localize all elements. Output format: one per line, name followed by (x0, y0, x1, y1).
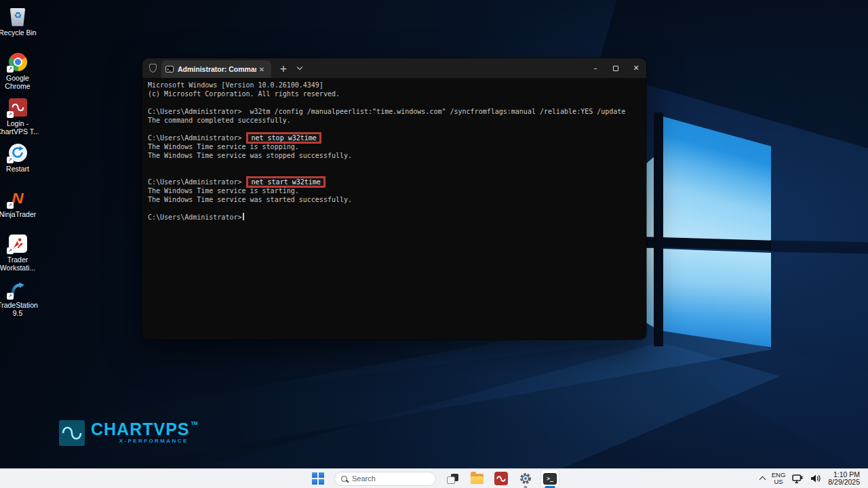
terminal-line (148, 160, 641, 169)
chartvps-watermark-text: CHARTVPS TM X-PERFORMANCE (91, 420, 198, 444)
minimize-button[interactable]: – (585, 58, 606, 78)
shortcut-arrow-icon: ↗ (7, 66, 14, 73)
task-view-icon (447, 474, 458, 484)
desktop-icon-ninjatrader[interactable]: N ↗ NinjaTrader (0, 187, 37, 219)
terminal-line: C:\Users\Administrator> (148, 213, 641, 222)
trader-workstation-icon: ↗ (7, 232, 28, 254)
terminal-line: C:\Users\Administrator>net start w32time (148, 178, 641, 186)
taskbar-center-group: >_ (306, 469, 562, 488)
search-icon (341, 476, 347, 482)
terminal-taskbar-button[interactable]: >_ (541, 470, 559, 487)
terminal-line: (c) Microsoft Corporation. All rights re… (148, 89, 641, 98)
maximize-button[interactable] (606, 58, 626, 78)
start-button[interactable] (309, 470, 327, 487)
recycle-bin-icon: ♻ (7, 5, 28, 27)
maximize-icon (613, 66, 618, 71)
network-icon[interactable] (792, 474, 804, 484)
terminal-command-highlighted: net stop w32time (248, 134, 319, 142)
windows-logo-frame (654, 113, 663, 346)
tab-close-icon[interactable]: ✕ (256, 66, 267, 73)
clock[interactable]: 1:10 PM 8/29/2025 (828, 471, 860, 487)
terminal-line (148, 204, 641, 213)
shortcut-arrow-icon: ↗ (7, 293, 14, 300)
wallpaper-shadow-band (770, 240, 868, 253)
taskbar-search[interactable] (334, 472, 436, 486)
taskbar: >_ ENG US 1:10 PM 8/29 (0, 468, 868, 488)
desktop-icon-restart[interactable]: ↗ Restart (0, 142, 37, 174)
desktop-icon-trader-workstation[interactable]: ↗ Trader Workstati... (0, 232, 37, 272)
chartvps-taskbar-icon (494, 472, 508, 485)
terminal-content[interactable]: Microsoft Windows [Version 10.0.26100.43… (142, 78, 646, 340)
desktop-icon-label: Recycle Bin (0, 29, 48, 37)
shortcut-arrow-icon: ↗ (7, 111, 14, 118)
chartvps-watermark: CHARTVPS TM X-PERFORMANCE (59, 420, 198, 446)
desktop-icon-label: TradeStation 9.5 (0, 302, 48, 317)
terminal-prompt: C:\Users\Administrator> (148, 134, 241, 142)
terminal-prompt: C:\Users\Administrator> (148, 108, 241, 115)
language-indicator[interactable]: ENG US (772, 472, 786, 485)
cmd-tab-icon (165, 66, 174, 73)
system-tray: ENG US 1:10 PM 8/29/2025 (752, 469, 868, 488)
tab-title: Administrator: Command Pro (178, 65, 256, 73)
desktop-icon-recycle-bin[interactable]: ♻ Recycle Bin (0, 5, 37, 37)
terminal-line: C:\Users\Administrator>w32tm /config /ma… (148, 107, 641, 116)
desktop-icon-label: Restart (0, 165, 48, 174)
recycle-symbol-icon: ♻ (7, 10, 28, 20)
terminal-prompt: C:\Users\Administrator> (148, 214, 241, 221)
desktop-icon-google-chrome[interactable]: ↗ Google Chrome (0, 51, 37, 90)
sine-wave-icon (12, 102, 24, 113)
desktop-icon-login-chartvps[interactable]: ↗ Login - ChartVPS T... (0, 96, 37, 136)
terminal-command: w32tm /config /manualpeerlist:"time.wind… (250, 108, 625, 115)
terminal-line (148, 169, 641, 178)
windows-logo-pane (663, 247, 771, 348)
language-region: US (772, 479, 786, 485)
folder-icon (471, 474, 484, 484)
search-input[interactable] (352, 474, 427, 483)
terminal-window: Administrator: Command Pro ✕ + – ✕ Micro… (142, 58, 646, 340)
brand-name: CHARTVPS (91, 420, 190, 438)
chartvps-login-icon: ↗ (7, 96, 28, 118)
tradestation-icon: ↗ (7, 278, 28, 300)
terminal-command-highlighted: net start w32time (248, 178, 323, 186)
terminal-icon: >_ (543, 473, 557, 485)
terminal-line (148, 98, 641, 107)
settings-button[interactable] (517, 470, 534, 487)
windows-start-icon (312, 472, 325, 485)
admin-shield-icon (149, 64, 157, 73)
volume-icon[interactable] (810, 474, 821, 483)
ninjatrader-icon: N ↗ (7, 187, 28, 209)
shortcut-arrow-icon: ↗ (7, 157, 14, 163)
terminal-titlebar[interactable]: Administrator: Command Pro ✕ + – ✕ (142, 58, 646, 78)
close-button[interactable]: ✕ (626, 58, 646, 78)
desktop-icon-label: Trader Workstati... (0, 256, 48, 272)
chrome-icon: ↗ (7, 51, 28, 73)
tab-dropdown-chevron-icon[interactable] (296, 64, 302, 70)
sine-wave-icon (496, 475, 506, 483)
task-view-button[interactable] (443, 470, 461, 487)
terminal-line: The Windows Time service is starting. (148, 186, 641, 195)
file-explorer-button[interactable] (468, 470, 486, 487)
tray-overflow-chevron-icon[interactable] (759, 476, 766, 483)
gear-icon (519, 472, 532, 485)
trademark-symbol: TM (191, 421, 198, 426)
terminal-cursor (243, 213, 244, 220)
chartvps-sine-icon (59, 420, 85, 446)
terminal-line: The Windows Time service is stopping. (148, 142, 641, 151)
terminal-line: Microsoft Windows [Version 10.0.26100.43… (148, 81, 641, 89)
desktop-icon-label: Login - ChartVPS T... (0, 120, 48, 136)
restart-icon: ↗ (7, 142, 28, 163)
brand-subtitle: X-PERFORMANCE (119, 438, 189, 444)
tray-date: 8/29/2025 (828, 479, 860, 487)
terminal-line: The command completed successfully. (148, 116, 641, 125)
terminal-line: The Windows Time service was stopped suc… (148, 151, 641, 160)
desktop-icon-tradestation[interactable]: ↗ TradeStation 9.5 (0, 278, 37, 317)
desktop: ♻ Recycle Bin ↗ Google Chrome ↗ Login - … (0, 0, 868, 488)
desktop-icon-label: Google Chrome (0, 75, 48, 90)
desktop-icon-label: NinjaTrader (0, 211, 48, 219)
terminal-tab[interactable]: Administrator: Command Pro ✕ (161, 60, 271, 78)
terminal-line (148, 125, 641, 134)
terminal-prompt: C:\Users\Administrator> (148, 178, 241, 186)
new-tab-button[interactable]: + (279, 63, 288, 74)
terminal-line: The Windows Time service was started suc… (148, 195, 641, 204)
chartvps-app-button[interactable] (492, 470, 510, 487)
